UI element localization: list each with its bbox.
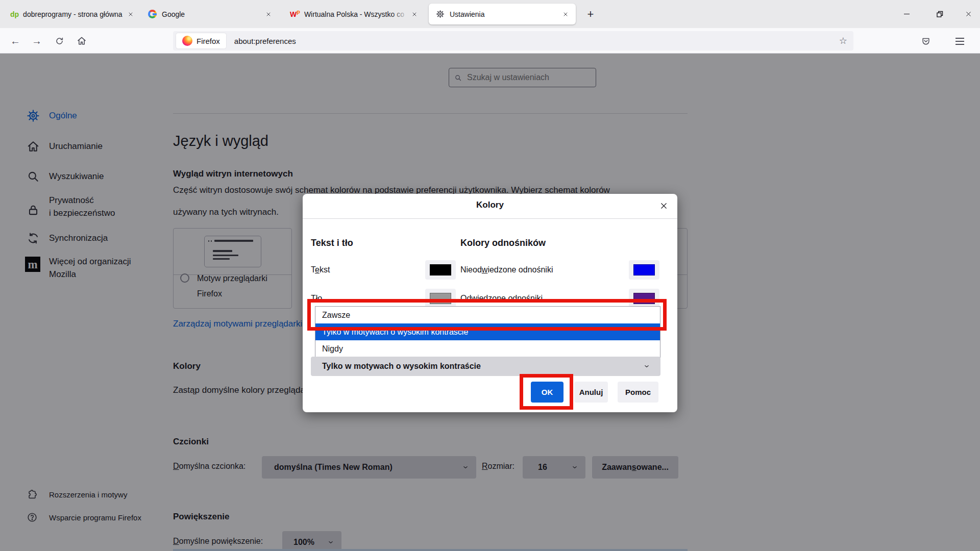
close-tab-icon[interactable]	[262, 8, 275, 20]
restore-icon	[934, 9, 945, 20]
dialog-title: Kolory	[303, 200, 677, 210]
address-bar[interactable]: Firefox about:preferences ☆	[173, 31, 853, 51]
close-icon	[659, 201, 669, 211]
navigation-toolbar: ← → Firefox about:preferences ☆	[0, 28, 980, 54]
home-button[interactable]	[72, 32, 91, 50]
google-favicon	[148, 10, 157, 18]
unvisited-links-swatch[interactable]	[629, 260, 659, 280]
tab-title: Google	[162, 10, 262, 18]
links-section-heading: Kolory odnośników	[460, 238, 546, 248]
close-window-button[interactable]	[957, 0, 980, 28]
menu-button[interactable]	[950, 32, 969, 51]
forward-button[interactable]: →	[28, 32, 46, 50]
dropdown-option-never[interactable]: Nigdy	[315, 340, 660, 357]
reload-icon	[55, 36, 64, 46]
cancel-button[interactable]: Anuluj	[574, 382, 608, 403]
close-tab-icon[interactable]	[408, 8, 421, 20]
tab-google[interactable]: Google	[142, 4, 279, 24]
firefox-logo	[182, 36, 192, 46]
browser-window: dp dobreprogramy - strona główna Google …	[0, 0, 980, 551]
text-color-swatch[interactable]	[425, 260, 456, 280]
minimize-icon	[904, 14, 910, 15]
url-identity-chip[interactable]: Firefox	[176, 33, 226, 48]
help-button[interactable]: Pomoc	[618, 382, 658, 403]
tab-settings-active[interactable]: Ustawienia	[429, 4, 576, 24]
dobreprogramy-favicon: dp	[10, 10, 19, 18]
annotation-box-ok	[520, 374, 573, 410]
home-icon	[77, 36, 87, 46]
url-chip-label: Firefox	[197, 37, 220, 45]
close-tab-icon[interactable]	[125, 8, 137, 20]
close-tab-icon[interactable]	[559, 8, 572, 20]
back-button[interactable]: ←	[6, 32, 24, 50]
colors-mode-select[interactable]: Tylko w motywach o wysokim kontraście	[311, 357, 660, 376]
wp-favicon: WP	[290, 10, 300, 18]
tab-dobreprogramy[interactable]: dp dobreprogramy - strona główna	[5, 4, 137, 24]
chevron-down-icon	[643, 363, 650, 370]
unvisited-links-label: Nieodwiedzone odnośniki	[460, 265, 553, 274]
gear-icon	[436, 10, 445, 18]
text-color-label: Tekst	[311, 265, 330, 274]
dialog-divider	[303, 218, 677, 219]
pocket-icon[interactable]	[917, 32, 935, 51]
new-tab-button[interactable]: +	[582, 6, 599, 23]
reload-button[interactable]	[50, 32, 68, 50]
tab-title: dobreprogramy - strona główna	[23, 10, 125, 18]
close-icon	[965, 10, 972, 18]
dialog-close-button[interactable]	[657, 199, 670, 212]
tab-title: Wirtualna Polska - Wszystko co	[304, 10, 408, 18]
tab-title: Ustawienia	[450, 10, 559, 18]
bookmark-star-icon[interactable]: ☆	[839, 35, 847, 46]
tab-wirtualna-polska[interactable]: WP Wirtualna Polska - Wszystko co	[284, 4, 424, 24]
annotation-box-dropdown	[307, 299, 667, 331]
maximize-button[interactable]	[926, 0, 953, 28]
text-bg-section-heading: Tekst i tło	[311, 238, 353, 248]
tab-bar: dp dobreprogramy - strona główna Google …	[0, 0, 980, 28]
minimize-button[interactable]	[893, 0, 920, 28]
address-url: about:preferences	[234, 37, 296, 45]
hamburger-icon	[955, 38, 964, 45]
